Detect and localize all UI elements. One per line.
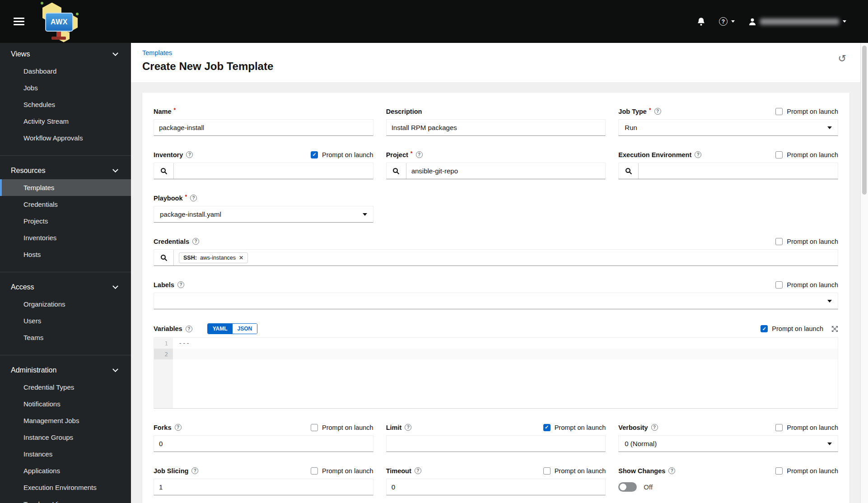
verbosity-value: 0 (Normal) — [625, 440, 657, 447]
yaml-toggle-button[interactable]: YAML — [208, 324, 233, 334]
sidebar-item-topology-view[interactable]: Topology View — [0, 496, 131, 503]
scrollbar-thumb[interactable] — [862, 46, 867, 195]
inventory-search-button[interactable] — [154, 163, 174, 179]
sidebar-item-jobs[interactable]: Jobs — [0, 79, 131, 96]
user-menu-button[interactable] — [748, 18, 846, 26]
forks-input[interactable] — [154, 435, 373, 452]
help-icon[interactable]: ? — [651, 424, 658, 431]
sidebar-item-dashboard[interactable]: Dashboard — [0, 63, 131, 79]
help-icon[interactable]: ? — [695, 151, 701, 158]
sidebar-item-notifications[interactable]: Notifications — [0, 396, 131, 412]
description-input[interactable] — [386, 119, 606, 136]
help-icon[interactable]: ? — [415, 467, 421, 474]
inventory-prompt-on-launch[interactable]: Prompt on launch — [311, 151, 373, 158]
checkbox[interactable] — [311, 424, 318, 431]
checkbox[interactable] — [775, 281, 783, 289]
awx-logo[interactable]: AWX — [34, 2, 79, 42]
help-icon[interactable]: ? — [186, 326, 192, 332]
project-input[interactable] — [406, 163, 606, 179]
help-icon[interactable]: ? — [654, 108, 661, 115]
sidebar-item-execution-environments[interactable]: Execution Environments — [0, 479, 131, 496]
sidebar-item-management-jobs[interactable]: Management Jobs — [0, 412, 131, 429]
checkbox[interactable] — [775, 467, 783, 475]
limit-input[interactable] — [386, 435, 606, 452]
job-type-prompt-on-launch[interactable]: Prompt on launch — [775, 108, 838, 115]
inventory-input[interactable] — [174, 163, 373, 179]
notifications-bell-button[interactable] — [697, 17, 705, 26]
labels-prompt-on-launch[interactable]: Prompt on launch — [775, 281, 838, 289]
chevron-down-icon — [112, 283, 118, 289]
job-type-select[interactable]: Run — [618, 119, 838, 136]
sidebar-item-inventories[interactable]: Inventories — [0, 229, 131, 246]
show-changes-toggle[interactable] — [618, 482, 637, 492]
sidebar-item-templates[interactable]: Templates — [0, 179, 131, 196]
sidebar-item-instances[interactable]: Instances — [0, 446, 131, 462]
sidebar-item-instance-groups[interactable]: Instance Groups — [0, 429, 131, 446]
checkbox[interactable] — [775, 238, 783, 245]
variables-prompt-on-launch[interactable]: Prompt on launch — [761, 325, 823, 332]
sidebar-section-administration[interactable]: Administration — [0, 362, 131, 379]
help-icon[interactable]: ? — [192, 238, 199, 245]
verbosity-select[interactable]: 0 (Normal) — [618, 435, 838, 452]
checkbox[interactable] — [761, 325, 768, 332]
history-icon[interactable]: ↺ — [838, 54, 846, 64]
verbosity-prompt-on-launch[interactable]: Prompt on launch — [775, 424, 838, 431]
sidebar-item-users[interactable]: Users — [0, 312, 131, 329]
execution-environment-search-button[interactable] — [619, 163, 639, 179]
help-icon[interactable]: ? — [177, 281, 184, 288]
chip-remove-icon[interactable]: ✕ — [239, 255, 243, 261]
checkbox[interactable] — [543, 467, 551, 475]
labels-select[interactable] — [154, 293, 838, 309]
credentials-search-button[interactable] — [154, 250, 174, 265]
sidebar-item-organizations[interactable]: Organizations — [0, 296, 131, 312]
editor-body[interactable]: --- — [173, 338, 838, 408]
sidebar-item-credential-types[interactable]: Credential Types — [0, 379, 131, 396]
checkbox[interactable] — [311, 151, 318, 158]
execution-environment-input[interactable] — [639, 163, 838, 179]
sidebar-section-views[interactable]: Views — [0, 46, 131, 63]
sidebar-section-resources[interactable]: Resources — [0, 162, 131, 179]
sidebar-item-teams[interactable]: Teams — [0, 329, 131, 346]
variables-code-editor[interactable]: 1 2 --- — [154, 337, 838, 409]
checkbox[interactable] — [543, 424, 551, 431]
timeout-input[interactable] — [386, 479, 606, 495]
help-icon[interactable]: ? — [191, 467, 198, 474]
section-label: Views — [11, 50, 30, 58]
checkbox[interactable] — [311, 467, 318, 475]
help-icon[interactable]: ? — [668, 467, 675, 474]
forks-prompt-on-launch[interactable]: Prompt on launch — [311, 424, 373, 431]
job-slicing-input[interactable] — [154, 479, 373, 495]
help-icon[interactable]: ? — [405, 424, 411, 431]
playbook-select[interactable]: package-install.yaml — [154, 206, 373, 223]
help-icon[interactable]: ? — [186, 151, 193, 158]
timeout-prompt-on-launch[interactable]: Prompt on launch — [543, 467, 606, 475]
help-menu-button[interactable]: ? — [719, 17, 735, 26]
show-changes-prompt-on-launch[interactable]: Prompt on launch — [775, 467, 838, 475]
project-search-button[interactable] — [387, 163, 406, 179]
limit-prompt-on-launch[interactable]: Prompt on launch — [543, 424, 606, 431]
sidebar-item-applications[interactable]: Applications — [0, 462, 131, 479]
checkbox[interactable] — [775, 151, 783, 158]
job-slicing-prompt-on-launch[interactable]: Prompt on launch — [311, 467, 373, 475]
breadcrumb-templates-link[interactable]: Templates — [142, 49, 172, 56]
hamburger-menu-icon[interactable] — [14, 16, 24, 27]
name-input[interactable] — [154, 119, 373, 136]
sidebar-item-credentials[interactable]: Credentials — [0, 196, 131, 213]
sidebar-item-schedules[interactable]: Schedules — [0, 96, 131, 113]
help-icon[interactable]: ? — [416, 151, 423, 158]
required-asterisk: * — [411, 150, 413, 157]
sidebar-item-activity-stream[interactable]: Activity Stream — [0, 113, 131, 130]
sidebar-item-projects[interactable]: Projects — [0, 213, 131, 229]
credentials-prompt-on-launch[interactable]: Prompt on launch — [775, 238, 838, 245]
json-toggle-button[interactable]: JSON — [233, 324, 257, 334]
checkbox[interactable] — [775, 424, 783, 431]
expand-icon[interactable] — [831, 326, 838, 332]
sidebar-item-workflow-approvals[interactable]: Workflow Approvals — [0, 130, 131, 146]
help-icon[interactable]: ? — [190, 195, 197, 201]
execution-environment-prompt-on-launch[interactable]: Prompt on launch — [775, 151, 838, 158]
sidebar-section-access[interactable]: Access — [0, 279, 131, 296]
help-icon[interactable]: ? — [175, 424, 182, 431]
checkbox[interactable] — [775, 108, 783, 115]
sidebar-item-hosts[interactable]: Hosts — [0, 246, 131, 263]
scrollbar[interactable] — [860, 43, 868, 503]
